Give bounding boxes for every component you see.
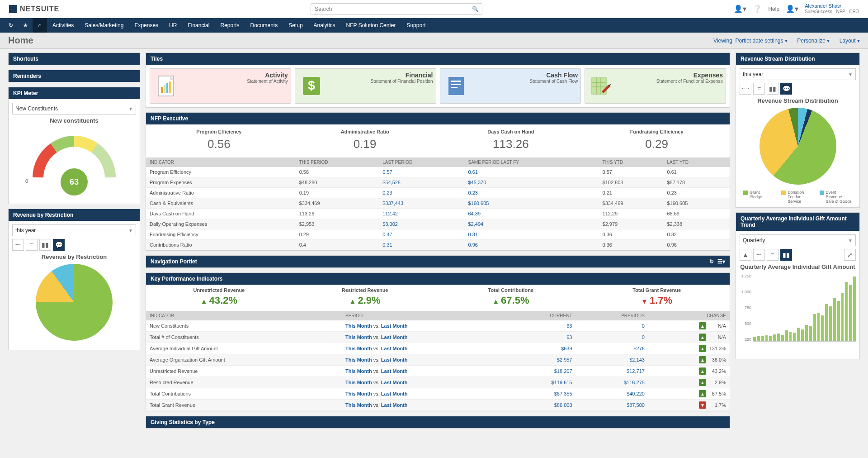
rev-stream-header[interactable]: Revenue Stream Distribution bbox=[736, 53, 859, 65]
user-avatar-icon[interactable]: 👤▾ bbox=[786, 5, 798, 13]
nav-financial[interactable]: Financial bbox=[182, 18, 215, 33]
giving-stats-portlet: Giving Statistics by Type bbox=[146, 416, 730, 429]
bar bbox=[813, 314, 816, 341]
quarterly-portlet: Quarterly Average Individual Gift Amount… bbox=[736, 212, 860, 359]
shortcuts-header[interactable]: Shortcuts bbox=[9, 53, 140, 65]
nav-nfp[interactable]: NFP Solution Center bbox=[341, 18, 401, 33]
viewing-link[interactable]: Viewing: Portlet date settings ▾ bbox=[713, 38, 788, 44]
nav-portlet: Navigation Portlet ↻ ☰▾ bbox=[146, 255, 730, 268]
tile-cashflow[interactable]: Cash FlowStatement of Cash Flow bbox=[440, 68, 581, 104]
gauge-zero: 0 bbox=[25, 178, 28, 184]
chart-tab-bar[interactable]: ▮▮ bbox=[767, 83, 778, 95]
logo[interactable]: NETSUITE bbox=[9, 5, 59, 13]
table-row[interactable]: Total # of ConstituentsThis Month vs. La… bbox=[146, 332, 730, 343]
rev-restriction-selector[interactable]: this year ▼ bbox=[12, 224, 136, 236]
tile-expenses[interactable]: ExpensesStatement of Functional Expense bbox=[585, 68, 726, 104]
rev-restriction-header[interactable]: Revenue by Restriction bbox=[9, 209, 140, 221]
chart-tab-sort[interactable]: ≡ bbox=[753, 83, 765, 95]
table-row[interactable]: Restricted RevenueThis Month vs. Last Mo… bbox=[146, 377, 730, 388]
expenses-icon bbox=[588, 72, 614, 100]
bar bbox=[853, 277, 856, 341]
bar bbox=[829, 306, 832, 341]
chart-tab-bar[interactable]: ▮▮ bbox=[780, 249, 792, 261]
quarterly-header[interactable]: Quarterly Average Individual Gift Amount… bbox=[736, 213, 859, 231]
user-info[interactable]: Alexander Shaw SuiteSuccess - NFP - CEO bbox=[805, 3, 859, 14]
table-row[interactable]: Daily Operating Expenses$2,953$3,002$2,4… bbox=[146, 219, 730, 229]
rev-restriction-pie bbox=[36, 264, 113, 341]
tile-activity[interactable]: ActivityStatement of Activity bbox=[150, 68, 291, 104]
table-row[interactable]: Total ContributionsThis Month vs. Last M… bbox=[146, 388, 730, 400]
table-row[interactable]: Average Organization Gift AmountThis Mon… bbox=[146, 354, 730, 366]
chart-tab-line[interactable]: 〰 bbox=[753, 249, 765, 261]
feedback-icon[interactable]: 👤▾ bbox=[734, 5, 746, 13]
table-row[interactable]: Average Individual Gift AmountThis Month… bbox=[146, 343, 730, 354]
chart-tab-line[interactable]: 〰 bbox=[740, 83, 751, 95]
table-row[interactable]: Days Cash on Hand113.26112.4264.39112.29… bbox=[146, 209, 730, 219]
help-icon[interactable]: ❔ bbox=[753, 5, 762, 13]
bar bbox=[777, 334, 780, 341]
tiles-header[interactable]: Tiles bbox=[146, 53, 730, 65]
kpi-portlet-header[interactable]: Key Performance Indicators bbox=[146, 273, 730, 285]
rev-stream-selector[interactable]: this year ▼ bbox=[740, 68, 856, 80]
favorites-icon[interactable]: ★ bbox=[18, 18, 33, 33]
nav-setup[interactable]: Setup bbox=[283, 18, 308, 33]
nav-expenses[interactable]: Expenses bbox=[129, 18, 164, 33]
chart-tab-sort[interactable]: ≡ bbox=[767, 249, 778, 261]
giving-stats-header[interactable]: Giving Statistics by Type bbox=[146, 416, 730, 428]
col-header: INDICATOR bbox=[146, 157, 296, 167]
kpi-meter-selector[interactable]: New Constituents ▼ bbox=[12, 103, 136, 114]
bar bbox=[801, 329, 804, 341]
nav-analytics[interactable]: Analytics bbox=[308, 18, 341, 33]
quarterly-selector[interactable]: Quarterly ▼ bbox=[740, 234, 856, 246]
bar bbox=[837, 301, 840, 341]
nav-hr[interactable]: HR bbox=[164, 18, 182, 33]
help-link[interactable]: Help bbox=[768, 6, 779, 12]
chart-tab-area[interactable]: ▲ bbox=[740, 249, 751, 261]
nfp-exec-header[interactable]: NFP Executive bbox=[146, 113, 730, 124]
bar bbox=[825, 304, 828, 341]
table-row[interactable]: Cash & Equivalents$334,469$337,443$160,6… bbox=[146, 198, 730, 209]
col-left: Shortcuts Reminders KPI Meter New Consti… bbox=[8, 52, 140, 433]
chart-tab-chat[interactable]: 💬 bbox=[780, 83, 792, 95]
table-row[interactable]: Contributions Ratio0.40.310.960.360.96 bbox=[146, 240, 730, 250]
bar bbox=[793, 333, 796, 341]
gauge-title: New constituents bbox=[12, 117, 136, 124]
logo-icon bbox=[9, 5, 17, 13]
table-row[interactable]: Program Expenses$48,280$54,528$45,370$10… bbox=[146, 177, 730, 188]
layout-link[interactable]: Layout ▾ bbox=[840, 38, 860, 44]
menu-icon[interactable]: ☰▾ bbox=[717, 258, 725, 265]
refresh-icon[interactable]: ↻ bbox=[709, 258, 714, 265]
chart-tab-expand[interactable]: ⤢ bbox=[844, 249, 856, 261]
nav-portlet-header[interactable]: Navigation Portlet ↻ ☰▾ bbox=[146, 256, 730, 267]
kpi-meter-header[interactable]: KPI Meter bbox=[9, 87, 140, 99]
table-row[interactable]: Program Efficiency0.560.570.610.570.61 bbox=[146, 167, 730, 177]
nav-activities[interactable]: Activities bbox=[47, 18, 79, 33]
svg-rect-10 bbox=[451, 84, 461, 85]
nav-sales[interactable]: Sales/Marketing bbox=[79, 18, 129, 33]
chart-tab-chat[interactable]: 💬 bbox=[53, 239, 65, 251]
table-row[interactable]: Unrestricted RevenueThis Month vs. Last … bbox=[146, 366, 730, 377]
search-icon[interactable]: 🔍 bbox=[472, 6, 479, 12]
chart-tab-line[interactable]: 〰 bbox=[12, 239, 24, 251]
nav-documents[interactable]: Documents bbox=[245, 18, 283, 33]
activity-icon bbox=[153, 72, 179, 100]
recent-icon[interactable]: ↻ bbox=[4, 18, 18, 33]
table-row[interactable]: Administrative Ratio0.190.230.230.210.23 bbox=[146, 188, 730, 198]
legend-item: Event RevenueSale of Goods bbox=[820, 190, 852, 204]
bar bbox=[841, 293, 844, 341]
personalize-link[interactable]: Personalize ▾ bbox=[797, 38, 830, 44]
bar bbox=[833, 298, 836, 341]
reminders-header[interactable]: Reminders bbox=[9, 70, 140, 82]
search-input[interactable] bbox=[311, 3, 482, 15]
table-row[interactable]: New ConstituentsThis Month vs. Last Mont… bbox=[146, 320, 730, 332]
nav-support[interactable]: Support bbox=[401, 18, 431, 33]
nav-reports[interactable]: Reports bbox=[215, 18, 245, 33]
chart-tab-sort[interactable]: ≡ bbox=[26, 239, 38, 251]
chart-tab-bar[interactable]: ▮▮ bbox=[39, 239, 51, 251]
table-row[interactable]: Fundraising Efficiency0.290.470.310.360.… bbox=[146, 229, 730, 240]
table-row[interactable]: Total Grant RevenueThis Month vs. Last M… bbox=[146, 400, 730, 411]
bar bbox=[781, 335, 784, 341]
kpi-portlet: Key Performance Indicators Unrestricted … bbox=[146, 272, 730, 411]
home-icon[interactable]: ⌂ bbox=[33, 18, 47, 33]
tile-financial[interactable]: $ FinancialStatement of Financial Positi… bbox=[295, 68, 436, 104]
